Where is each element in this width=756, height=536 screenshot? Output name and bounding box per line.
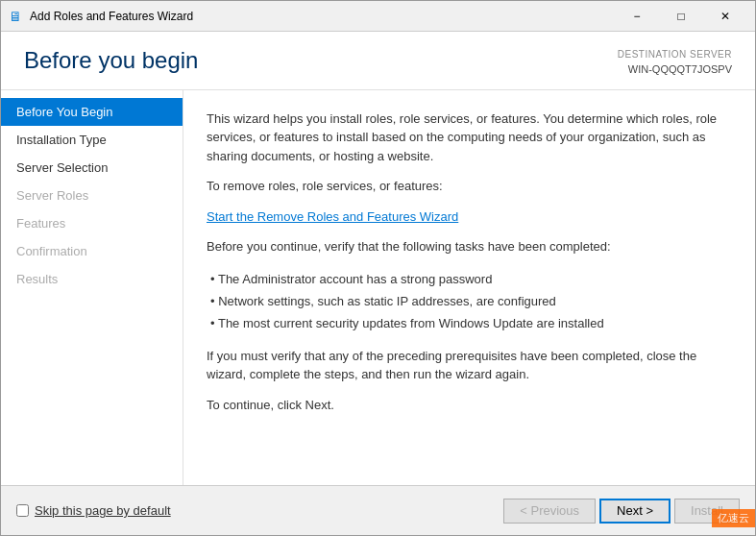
header: Before you begin DESTINATION SERVER WIN-… <box>1 32 755 90</box>
sidebar-item-installation-type[interactable]: Installation Type <box>1 126 183 154</box>
remove-wizard-link[interactable]: Start the Remove Roles and Features Wiza… <box>207 209 458 224</box>
install-button[interactable]: Install <box>674 499 740 524</box>
verify-note: If you must verify that any of the prece… <box>207 347 732 384</box>
window-controls: − □ ✕ <box>615 1 747 32</box>
title-bar: 🖥 Add Roles and Features Wizard − □ ✕ <box>1 1 755 32</box>
main-content: Before You Begin Installation Type Serve… <box>1 90 755 486</box>
sidebar-item-server-selection[interactable]: Server Selection <box>1 154 183 182</box>
skip-checkbox[interactable] <box>16 504 29 517</box>
list-item: Network settings, such as static IP addr… <box>210 290 732 312</box>
sidebar-item-results: Results <box>1 265 183 293</box>
app-icon: 🖥 <box>9 9 24 24</box>
sidebar: Before You Begin Installation Type Serve… <box>1 90 183 486</box>
next-button[interactable]: Next > <box>599 499 671 524</box>
prerequisite-list: The Administrator account has a strong p… <box>207 268 732 335</box>
maximize-button[interactable]: □ <box>659 1 703 32</box>
intro-paragraph: This wizard helps you install roles, rol… <box>207 110 732 166</box>
previous-button[interactable]: < Previous <box>503 499 596 524</box>
page-title: Before you begin <box>24 47 198 74</box>
footer: Skip this page by default < Previous Nex… <box>1 485 755 535</box>
close-button[interactable]: ✕ <box>703 1 747 32</box>
list-item: The Administrator account has a strong p… <box>210 268 732 290</box>
sidebar-item-features: Features <box>1 209 183 237</box>
minimize-button[interactable]: − <box>615 1 659 32</box>
sidebar-item-server-roles: Server Roles <box>1 182 183 209</box>
footer-buttons: < Previous Next > Install <box>503 499 740 524</box>
checkbox-area: Skip this page by default <box>16 503 503 518</box>
remove-intro: To remove roles, role services, or featu… <box>207 177 732 196</box>
content-pane: This wizard helps you install roles, rol… <box>183 90 755 486</box>
skip-checkbox-label[interactable]: Skip this page by default <box>35 503 171 518</box>
list-item: The most current security updates from W… <box>210 312 732 334</box>
sidebar-item-before-you-begin[interactable]: Before You Begin <box>1 98 183 126</box>
continue-note: To continue, click Next. <box>207 396 732 415</box>
window-title: Add Roles and Features Wizard <box>30 10 615 23</box>
wizard-window: 🖥 Add Roles and Features Wizard − □ ✕ Be… <box>0 0 756 536</box>
verify-paragraph: Before you continue, verify that the fol… <box>207 237 732 256</box>
sidebar-item-confirmation: Confirmation <box>1 237 183 265</box>
destination-server-value: WIN-QQQQT7JOSPV <box>618 61 732 78</box>
destination-server-info: DESTINATION SERVER WIN-QQQQT7JOSPV <box>618 47 732 78</box>
destination-server-label: DESTINATION SERVER <box>618 47 732 61</box>
